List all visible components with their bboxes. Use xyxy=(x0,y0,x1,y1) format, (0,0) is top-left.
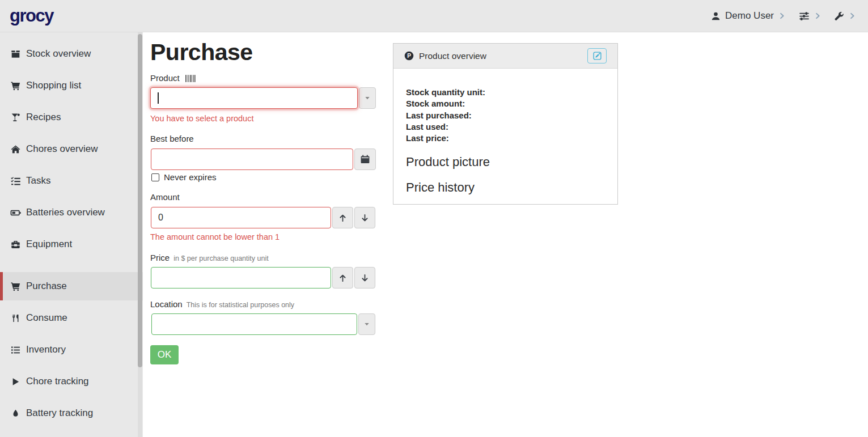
location-label: LocationThis is for statistical purposes… xyxy=(150,299,294,309)
product-overview-panel: P Product overview Stock quantity unit: … xyxy=(393,43,618,205)
sidebar-item-label: Tasks xyxy=(26,175,50,186)
product-field-group xyxy=(150,87,376,109)
sidebar-item-label: Purchase xyxy=(26,281,67,292)
last-purchased-field: Last purchased: xyxy=(406,110,605,121)
amount-increment-button[interactable] xyxy=(332,207,353,228)
never-expires-checkbox[interactable] xyxy=(151,173,159,181)
shopping-cart-icon xyxy=(10,282,21,291)
sidebar-item-inventory[interactable]: Inventory xyxy=(0,336,143,364)
toolbox-icon xyxy=(10,240,21,249)
amount-input[interactable] xyxy=(151,207,331,228)
header-menu: Demo User xyxy=(711,10,856,22)
edit-icon xyxy=(593,52,602,60)
sidebar-item-battery-tracking[interactable]: Battery tracking xyxy=(0,399,143,427)
sidebar-scrollbar-thumb[interactable] xyxy=(138,34,142,367)
price-hint: in $ per purchase quantity unit xyxy=(173,254,268,262)
location-hint: This is for statistical purposes only xyxy=(187,301,294,309)
last-used-field: Last used: xyxy=(406,121,605,133)
sidebar-item-label: Battery tracking xyxy=(26,408,93,419)
cocktail-icon xyxy=(10,113,21,122)
last-price-field: Last price: xyxy=(406,133,605,144)
arrow-down-icon xyxy=(361,214,369,222)
admin-menu[interactable] xyxy=(835,11,856,21)
amount-error: The amount cannot be lower than 1 xyxy=(150,232,280,241)
product-error: You have to select a product xyxy=(150,114,253,123)
box-icon xyxy=(10,49,21,59)
never-expires-row: Never expires xyxy=(151,172,217,182)
edit-product-button[interactable] xyxy=(587,48,607,63)
wrench-icon xyxy=(835,11,844,21)
price-label: Pricein $ per purchase quantity unit xyxy=(150,253,269,262)
sidebar-item-label: Stock overview xyxy=(26,48,91,60)
sidebar-item-label: Batteries overview xyxy=(26,207,105,218)
user-name: Demo User xyxy=(725,10,774,22)
sidebar-item-label: Recipes xyxy=(26,112,61,123)
arrow-up-icon xyxy=(338,274,347,282)
price-input[interactable] xyxy=(151,267,331,288)
panel-body: Stock quantity unit: Stock amount: Last … xyxy=(393,69,617,195)
location-input[interactable] xyxy=(151,313,357,335)
sidebar-item-chore-tracking[interactable]: Chore tracking xyxy=(0,367,143,396)
product-dropdown-button[interactable] xyxy=(359,87,376,109)
top-header: grocy Demo User xyxy=(0,0,868,32)
sidebar-nav: Stock overview Shopping list Recipes Cho… xyxy=(0,32,143,437)
sliders-icon xyxy=(799,11,810,22)
stock-quantity-unit-field: Stock quantity unit: xyxy=(406,87,605,98)
sidebar-item-recipes[interactable]: Recipes xyxy=(0,103,143,131)
price-increment-button[interactable] xyxy=(332,267,353,288)
sidebar-item-label: Shopping list xyxy=(26,80,81,91)
arrow-down-icon xyxy=(361,274,369,282)
price-decrement-button[interactable] xyxy=(354,267,375,288)
user-menu[interactable]: Demo User xyxy=(711,10,785,22)
chevron-right-icon xyxy=(849,12,856,19)
svg-text:P: P xyxy=(407,53,411,59)
sidebar-item-label: Chore tracking xyxy=(26,376,89,387)
amount-decrement-button[interactable] xyxy=(354,207,375,228)
sidebar-item-equipment[interactable]: Equipment xyxy=(0,230,143,258)
main-content: Purchase Product You have to select a pr… xyxy=(143,32,868,437)
user-icon xyxy=(711,11,721,21)
price-field-group xyxy=(151,267,375,288)
stock-amount-field: Stock amount: xyxy=(406,98,605,109)
panel-title: Product overview xyxy=(419,51,486,61)
never-expires-label: Never expires xyxy=(164,172,217,182)
list-icon xyxy=(10,345,21,355)
barcode-icon xyxy=(185,74,197,84)
shopping-cart-icon xyxy=(10,81,21,91)
calendar-icon xyxy=(361,155,370,164)
price-history-heading: Price history xyxy=(406,180,605,195)
droplet-icon xyxy=(10,409,21,418)
sidebar-item-stock-overview[interactable]: Stock overview xyxy=(0,40,143,68)
sidebar-item-label: Chores overview xyxy=(26,143,98,155)
product-circle-icon: P xyxy=(404,51,414,61)
calendar-button[interactable] xyxy=(354,149,376,170)
location-dropdown-button[interactable] xyxy=(358,313,375,335)
product-input[interactable] xyxy=(150,87,358,109)
chevron-right-icon xyxy=(814,12,821,19)
product-picture-heading: Product picture xyxy=(406,155,605,169)
sidebar-item-tasks[interactable]: Tasks xyxy=(0,167,143,195)
product-label: Product xyxy=(150,73,197,84)
chevron-right-icon xyxy=(778,12,785,19)
grocy-logo[interactable]: grocy xyxy=(10,6,53,26)
arrow-up-icon xyxy=(338,214,347,222)
sidebar-item-shopping-list[interactable]: Shopping list xyxy=(0,71,143,100)
amount-label: Amount xyxy=(150,192,180,202)
sidebar-item-purchase[interactable]: Purchase xyxy=(0,272,143,300)
caret-down-icon xyxy=(363,320,371,328)
best-before-field-group xyxy=(151,149,376,170)
best-before-input[interactable] xyxy=(151,149,353,170)
tasks-icon xyxy=(10,176,21,186)
play-icon xyxy=(10,377,21,386)
caret-down-icon xyxy=(363,94,371,102)
ok-button[interactable]: OK xyxy=(150,345,179,364)
best-before-label: Best before xyxy=(150,134,194,143)
product-input-wrap xyxy=(150,87,358,109)
settings-menu[interactable] xyxy=(799,11,821,22)
sidebar-item-label: Consume xyxy=(26,312,67,324)
sidebar-item-chores-overview[interactable]: Chores overview xyxy=(0,135,143,163)
sidebar-item-consume[interactable]: Consume xyxy=(0,304,143,332)
page-title: Purchase xyxy=(150,39,253,66)
sidebar-item-batteries-overview[interactable]: Batteries overview xyxy=(0,198,143,227)
home-icon xyxy=(10,145,21,154)
